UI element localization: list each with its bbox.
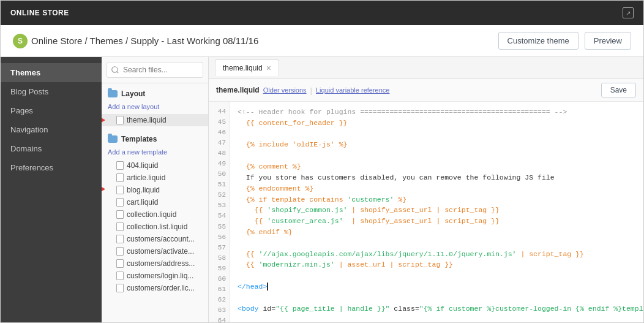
templates-section-label: Templates — [121, 135, 157, 143]
file-item-cust-account[interactable]: customers/account... — [102, 233, 208, 245]
top-bar-title: ONLINE STORE — [10, 9, 623, 17]
file-name: 404.liquid — [127, 161, 158, 170]
sidebar-item-preferences[interactable]: Preferences — [1, 158, 102, 177]
arrow-indicator — [102, 116, 105, 124]
tab-close-button[interactable]: × — [266, 64, 271, 72]
ln-46: 46 — [209, 127, 230, 138]
ln-58: 58 — [209, 253, 230, 264]
file-item-cart[interactable]: cart.liquid — [102, 196, 208, 208]
file-name: article.liquid — [127, 173, 165, 182]
sidebar-item-pages[interactable]: Pages — [1, 101, 102, 120]
file-name: customers/address... — [127, 259, 195, 268]
file-item-blog[interactable]: blog.liquid — [102, 184, 208, 196]
content-area: Themes Blog Posts Pages Navigation Domai… — [1, 57, 643, 322]
file-icon — [116, 259, 124, 268]
sidebar-item-themes[interactable]: Themes — [1, 63, 102, 82]
customize-theme-button[interactable]: Customize theme — [498, 32, 578, 50]
ln-63: 63 — [209, 305, 230, 316]
code-line-62: <body id="{{ page_title | handle }}" cla… — [238, 303, 636, 314]
file-icon — [116, 210, 124, 219]
top-bar: ONLINE STORE ↗ — [1, 1, 643, 25]
file-item-collection-list[interactable]: collection.list.liquid — [102, 221, 208, 233]
code-line-47: {% include 'oldIE-js' %} — [238, 139, 636, 150]
file-item-collection[interactable]: collection.liquid — [102, 208, 208, 221]
file-icon — [116, 284, 124, 292]
file-panel: Layout Add a new layout theme.liquid Tem… — [102, 57, 209, 322]
ln-50: 50 — [209, 169, 230, 180]
ln-59: 59 — [209, 264, 230, 274]
editor-tab-theme-liquid[interactable]: theme.liquid × — [215, 59, 279, 76]
file-item-cust-activate[interactable]: customers/activate... — [102, 245, 208, 257]
file-icon — [116, 272, 124, 280]
save-button[interactable]: Save — [601, 83, 636, 97]
ln-48: 48 — [209, 148, 230, 159]
editor-filename: theme.liquid — [216, 86, 260, 94]
sidebar-item-blog-posts[interactable]: Blog Posts — [1, 82, 102, 101]
file-list: Layout Add a new layout theme.liquid Tem… — [102, 83, 208, 322]
file-icon — [116, 173, 124, 182]
templates-section-header: Templates — [102, 131, 208, 147]
ln-64: 64 — [209, 316, 230, 322]
line-numbers: 44 45 46 47 48 49 50 51 52 53 54 55 56 5… — [209, 102, 230, 322]
ln-57: 57 — [209, 243, 230, 253]
code-content[interactable]: <!-- Header hook for plugins ===========… — [230, 102, 643, 322]
file-icon — [116, 198, 124, 207]
sidebar-item-navigation[interactable]: Navigation — [1, 120, 102, 139]
ln-49: 49 — [209, 159, 230, 169]
add-template-link[interactable]: Add a new template — [102, 147, 208, 159]
file-name: customers/order.lic... — [127, 284, 195, 292]
code-editor[interactable]: 44 45 46 47 48 49 50 51 52 53 54 55 56 5… — [209, 102, 643, 322]
file-item-theme-liquid[interactable]: theme.liquid — [102, 114, 208, 126]
shopify-logo: S — [13, 34, 28, 48]
layout-section-header: Layout — [102, 86, 208, 102]
file-item-article[interactable]: article.liquid — [102, 172, 208, 184]
sidebar-item-domains[interactable]: Domains — [1, 139, 102, 158]
ln-52: 52 — [209, 190, 230, 200]
search-input[interactable] — [107, 62, 203, 78]
editor-area: theme.liquid × theme.liquid Older versio… — [209, 57, 643, 322]
add-layout-link[interactable]: Add a new layout — [102, 102, 208, 114]
breadcrumb-text: Online Store / Themes / Supply - Last Wo… — [31, 36, 258, 46]
editor-toolbar: theme.liquid Older versions | Liquid var… — [209, 79, 643, 102]
file-name: cart.liquid — [127, 198, 158, 207]
ln-61: 61 — [209, 284, 230, 295]
external-link-icon[interactable]: ↗ — [623, 7, 634, 18]
file-item-cust-login[interactable]: customers/login.liq... — [102, 270, 208, 282]
code-line-51: {% endcomment %} — [238, 183, 636, 194]
code-line-59 — [238, 270, 636, 281]
layout-section-label: Layout — [121, 89, 145, 98]
code-line-57: {{ '//ajax.googleapis.com/ajax/libs/jque… — [238, 249, 636, 260]
ln-44: 44 — [209, 107, 230, 117]
file-search-container — [102, 57, 208, 83]
file-name: blog.liquid — [127, 186, 160, 194]
ln-45: 45 — [209, 117, 230, 127]
older-versions-link[interactable]: Older versions — [263, 86, 307, 94]
code-line-49: {% comment %} — [238, 161, 636, 172]
file-icon — [116, 161, 124, 170]
code-line-50: If you store has customers disabled, you… — [238, 172, 636, 183]
code-line-44: <!-- Header hook for plugins ===========… — [238, 107, 636, 118]
file-name: customers/activate... — [127, 247, 194, 256]
sidebar: Themes Blog Posts Pages Navigation Domai… — [1, 57, 102, 322]
file-icon — [116, 235, 124, 243]
file-icon — [116, 186, 124, 194]
file-item-cust-order[interactable]: customers/order.lic... — [102, 282, 208, 294]
liquid-reference-link[interactable]: Liquid variable reference — [316, 86, 389, 94]
file-name: collection.list.liquid — [127, 222, 187, 231]
pipe-separator: | — [310, 86, 312, 95]
file-item-cust-address[interactable]: customers/address... — [102, 257, 208, 270]
ln-60: 60 — [209, 274, 230, 284]
file-name: customers/login.liq... — [127, 272, 193, 280]
file-item-404[interactable]: 404.liquid — [102, 159, 208, 172]
ln-56: 56 — [209, 232, 230, 243]
ln-53: 53 — [209, 200, 230, 211]
tab-label: theme.liquid — [223, 64, 263, 72]
file-name: customers/account... — [127, 235, 195, 243]
file-icon — [116, 247, 124, 256]
file-icon — [116, 222, 124, 231]
file-name-theme-liquid: theme.liquid — [127, 116, 167, 124]
editor-tabs: theme.liquid × — [209, 57, 643, 79]
code-line-61 — [238, 292, 636, 303]
preview-button[interactable]: Preview — [585, 32, 631, 50]
code-line-55: {% endif %} — [238, 227, 636, 238]
